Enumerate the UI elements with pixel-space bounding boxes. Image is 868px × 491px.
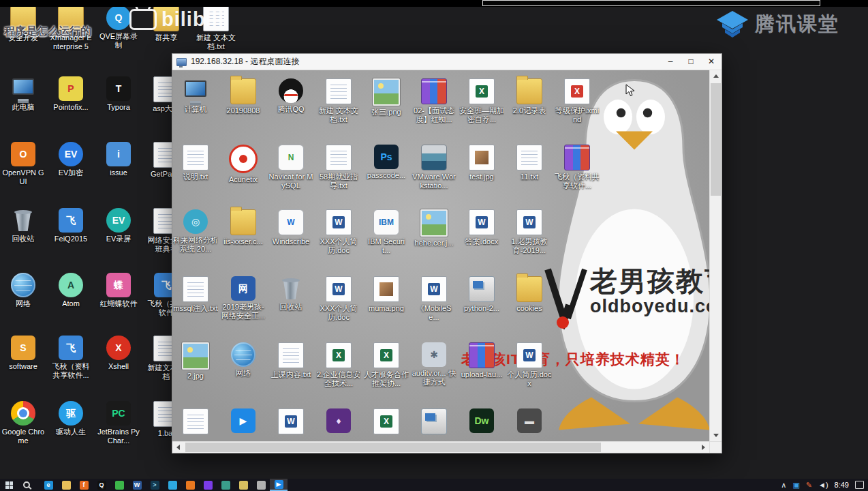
desktop-icon[interactable]: X 安全班—期加密自荐... bbox=[459, 78, 504, 124]
desktop-icon[interactable]: muma.png bbox=[364, 276, 409, 313]
desktop-icon[interactable]: hehe.cer.j... bbox=[412, 209, 456, 248]
close-button[interactable]: ✕ bbox=[701, 54, 722, 70]
desktop-icon[interactable]: python-2... bbox=[459, 276, 504, 313]
desktop-icon[interactable]: 飞 FeiQ2015 bbox=[49, 208, 93, 243]
desktop-icon[interactable]: i issue bbox=[97, 142, 140, 177]
desktop-icon[interactable]: W XXX个人简历.doc bbox=[316, 276, 361, 322]
desktop-icon[interactable]: 11.txt bbox=[507, 145, 552, 181]
desktop-icon[interactable]: N Navicat for MySQL bbox=[268, 145, 313, 190]
remote-desktop[interactable]: 老男孩教育 oldboyedu.com 老男孩IT教育，只培养技术精英！ 计算机… bbox=[172, 70, 709, 441]
desktop-icon[interactable]: 张三.png bbox=[364, 78, 409, 117]
video-player-icon[interactable]: ▶ bbox=[270, 479, 288, 491]
desktop-icon[interactable]: 腾讯QQ bbox=[268, 78, 313, 114]
desktop-icon[interactable]: 蝶 红蝴蝶软件 bbox=[97, 273, 140, 308]
hidden-icons-chevron[interactable]: ∧ bbox=[781, 481, 786, 489]
desktop-icon[interactable]: cookies bbox=[507, 276, 552, 313]
desktop-icon[interactable]: 上课内容.txt bbox=[268, 342, 313, 379]
desktop-icon[interactable]: EV EV录屏 bbox=[97, 208, 140, 243]
desktop-icon[interactable]: 飞秋（资料共享软件... bbox=[555, 145, 600, 190]
scroll-down-arrow[interactable] bbox=[710, 430, 722, 441]
desktop-icon[interactable]: ♦ bbox=[316, 408, 361, 435]
terminal-icon[interactable]: > bbox=[146, 479, 164, 491]
orange-app-icon[interactable] bbox=[181, 479, 199, 491]
scroll-right-arrow[interactable] bbox=[698, 442, 709, 453]
vertical-scroll-thumb[interactable] bbox=[711, 83, 721, 196]
desktop-icon[interactable]: ◎ 科来网络分析系统 20... bbox=[173, 209, 218, 254]
desktop-icon[interactable]: X 2.企业信息安全技术... bbox=[316, 342, 361, 388]
desktop-icon[interactable]: P Pointofix... bbox=[49, 76, 93, 112]
player-icon[interactable] bbox=[164, 479, 181, 491]
rdp-titlebar[interactable]: 192.168.32.18 - 远程桌面连接 – □ ✕ bbox=[172, 54, 722, 70]
desktop-icon[interactable]: Google Chrome bbox=[1, 401, 45, 445]
desktop-icon[interactable]: 回收站 bbox=[1, 208, 45, 243]
video-progress-bar[interactable] bbox=[482, 0, 820, 6]
word-icon[interactable]: W bbox=[128, 479, 146, 491]
desktop-icon[interactable]: 网 2019老男孩-网络安全工... bbox=[221, 276, 266, 321]
vertical-scrollbar[interactable] bbox=[709, 70, 722, 441]
desktop-icon[interactable]: 计算机 bbox=[173, 78, 218, 114]
horizontal-scroll-thumb[interactable] bbox=[185, 443, 601, 452]
desktop-icon[interactable]: 驱 驱动人生 bbox=[49, 401, 93, 436]
desktop-icon[interactable]: IBM IBM Securit... bbox=[364, 209, 409, 255]
teal-app-icon[interactable] bbox=[217, 479, 234, 491]
desktop-icon[interactable]: Ps passcode... bbox=[364, 145, 409, 180]
desktop-icon[interactable]: 2.jpg bbox=[173, 342, 218, 381]
settings-app-icon[interactable] bbox=[252, 479, 270, 491]
desktop-icon[interactable]: O OpenVPN GUI bbox=[1, 142, 45, 186]
desktop-icon[interactable]: test.jpg bbox=[459, 145, 504, 181]
desktop-icon[interactable]: 新建 文本文档.txt bbox=[316, 78, 361, 124]
wechat-icon[interactable] bbox=[110, 479, 128, 491]
desktop-icon[interactable]: X Xshell bbox=[97, 336, 140, 371]
desktop-icon[interactable]: W 个人简历.docx bbox=[507, 342, 552, 388]
desktop-icon[interactable]: X 人才服务合作推架协... bbox=[364, 342, 409, 388]
display-tray-icon[interactable]: ▣ bbox=[792, 481, 799, 489]
pen-tray-icon[interactable]: ✎ bbox=[806, 481, 812, 489]
desktop-icon[interactable]: W bbox=[268, 408, 313, 436]
desktop-icon[interactable]: upload-lau... bbox=[459, 342, 504, 379]
action-center-icon[interactable] bbox=[855, 481, 864, 489]
desktop-icon[interactable]: EV EV加密 bbox=[49, 142, 93, 177]
browser-icon[interactable]: f bbox=[75, 479, 93, 491]
desktop-icon[interactable]: 02-【面试态度】红蜘... bbox=[412, 78, 456, 124]
minimize-button[interactable]: – bbox=[660, 54, 681, 70]
desktop-icon[interactable]: X bbox=[364, 408, 409, 436]
desktop-icon[interactable]: X 等级保护.xmind bbox=[555, 78, 600, 124]
desktop-icon[interactable]: 网络 bbox=[221, 342, 266, 378]
desktop-icon[interactable]: Acunetix bbox=[221, 145, 266, 184]
desktop-icon[interactable]: mssql注入.txt bbox=[173, 276, 218, 313]
desktop-icon[interactable]: 58期就业指导.txt bbox=[316, 145, 361, 190]
desktop-icon[interactable] bbox=[412, 408, 456, 436]
scroll-left-arrow[interactable] bbox=[172, 442, 184, 453]
desktop-icon[interactable]: PC JetBrains PyChar... bbox=[97, 401, 140, 445]
desktop-icon[interactable]: ▶ bbox=[221, 408, 266, 435]
desktop-icon[interactable]: iis-xxser.c... bbox=[221, 209, 266, 246]
desktop-icon[interactable]: 20190808 bbox=[221, 78, 266, 115]
desktop-icon[interactable]: T Typora bbox=[97, 76, 140, 112]
desktop-icon[interactable]: 2.0记录表 bbox=[507, 78, 552, 115]
desktop-icon[interactable] bbox=[173, 408, 218, 436]
desktop-icon[interactable]: W 答案.docx bbox=[459, 209, 504, 246]
qq-icon[interactable]: Q bbox=[93, 479, 110, 491]
start-button[interactable] bbox=[0, 479, 18, 491]
desktop-icon[interactable]: W 《MobileSe... bbox=[412, 276, 456, 322]
edge-icon[interactable]: e bbox=[40, 479, 57, 491]
search-button[interactable] bbox=[18, 479, 35, 491]
desktop-icon[interactable]: W 1.老男孩教育-2019... bbox=[507, 209, 552, 255]
clock[interactable]: 8:49 bbox=[835, 481, 849, 489]
desktop-icon[interactable]: 飞 飞秋（资料共享软件... bbox=[49, 336, 93, 380]
desktop-icon[interactable]: ▬ bbox=[507, 408, 552, 435]
desktop-icon[interactable]: W XXX个人简历.doc bbox=[316, 209, 361, 255]
desktop-icon[interactable]: 此电脑 bbox=[1, 76, 45, 112]
desktop-icon[interactable]: S software bbox=[1, 336, 45, 371]
horizontal-scrollbar[interactable] bbox=[172, 441, 709, 453]
volume-icon[interactable]: ◄) bbox=[818, 481, 828, 489]
desktop-icon[interactable]: ✱ auditv.or...-快捷方式 bbox=[412, 342, 456, 387]
desktop-icon[interactable]: 回收站 bbox=[268, 276, 313, 312]
desktop-icon[interactable]: 网络 bbox=[1, 273, 45, 308]
scroll-up-arrow[interactable] bbox=[710, 70, 722, 82]
desktop-icon[interactable]: VMware Workstatio... bbox=[412, 145, 456, 190]
desktop-icon[interactable]: W Windscribe bbox=[268, 209, 313, 246]
purple-app-icon[interactable] bbox=[199, 479, 217, 491]
desktop-icon[interactable]: A Atom bbox=[49, 273, 93, 308]
desktop-icon[interactable]: Dw bbox=[459, 408, 504, 435]
